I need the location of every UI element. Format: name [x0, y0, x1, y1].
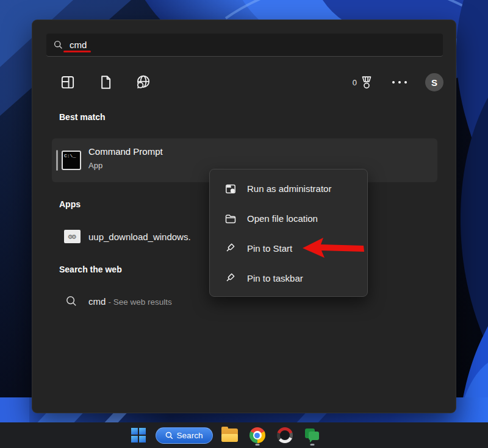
ring-app-button[interactable]	[274, 424, 295, 446]
section-title-best-match: Best match	[59, 112, 105, 122]
search-box[interactable]	[46, 34, 443, 57]
web-query: cmd	[88, 296, 106, 307]
user-avatar[interactable]: S	[425, 73, 443, 91]
chrome-icon	[249, 427, 265, 443]
pin-icon	[224, 243, 237, 255]
taskbar: Search	[0, 422, 488, 448]
run-as-admin-icon	[224, 183, 237, 195]
running-indicator	[310, 444, 314, 446]
result-subtitle: App	[88, 161, 102, 170]
menu-item-label: Run as administrator	[247, 183, 331, 194]
app-result-uup[interactable]: ⚙⚙ uup_download_windows.	[52, 226, 223, 251]
search-input[interactable]	[68, 39, 412, 51]
file-explorer-button[interactable]	[220, 424, 240, 446]
ring-app-icon	[277, 427, 293, 443]
spellcheck-underline	[63, 51, 91, 52]
menu-item-pin-to-taskbar[interactable]: Pin to taskbar	[210, 263, 367, 293]
filter-documents-icon[interactable]	[96, 73, 115, 92]
menu-item-label: Open file location	[247, 213, 318, 224]
context-menu: Run as administrator Open file location …	[209, 169, 368, 297]
taskbar-search-label: Search	[177, 431, 203, 440]
avatar-initial: S	[431, 77, 437, 88]
google-chat-icon	[305, 428, 320, 443]
result-title: Command Prompt	[88, 146, 163, 157]
taskbar-search-button[interactable]: Search	[156, 427, 213, 444]
command-prompt-icon: C:\_	[62, 151, 81, 170]
chrome-button[interactable]	[247, 424, 268, 446]
file-explorer-icon	[221, 428, 238, 442]
start-button[interactable]	[128, 424, 149, 446]
section-title-apps: Apps	[59, 199, 81, 209]
search-icon	[54, 40, 63, 49]
rewards-medal-icon	[359, 74, 374, 90]
search-icon	[165, 432, 173, 439]
folder-icon	[224, 213, 237, 225]
menu-item-label: Pin to Start	[247, 243, 292, 254]
running-indicator	[255, 444, 259, 446]
chat-button[interactable]	[302, 424, 323, 446]
web-search-icon	[65, 295, 77, 307]
selection-indicator	[56, 150, 58, 171]
filter-web-icon[interactable]	[134, 73, 153, 92]
app-result-label: uup_download_windows.	[88, 232, 229, 242]
search-filter-row: 0 S	[32, 64, 457, 101]
batch-file-icon: ⚙⚙	[64, 230, 81, 243]
menu-item-run-as-administrator[interactable]: Run as administrator	[210, 174, 367, 204]
more-options-icon[interactable]	[390, 81, 409, 84]
rewards-count: 0	[353, 78, 357, 87]
filter-apps-icon[interactable]	[58, 73, 77, 92]
pin-icon	[224, 272, 237, 285]
menu-item-open-file-location[interactable]: Open file location	[210, 204, 367, 233]
web-suffix: - See web results	[109, 297, 172, 307]
menu-item-pin-to-start[interactable]: Pin to Start	[210, 233, 367, 263]
rewards-button[interactable]: 0	[353, 74, 374, 90]
menu-item-label: Pin to taskbar	[247, 273, 303, 283]
search-toolbar-right: 0 S	[353, 73, 443, 92]
section-title-web: Search the web	[59, 265, 122, 274]
windows-logo-icon	[131, 428, 146, 443]
